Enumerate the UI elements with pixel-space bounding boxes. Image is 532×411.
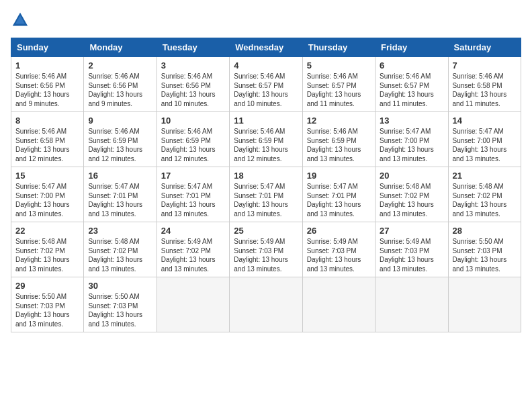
day-number: 14: [453, 116, 517, 126]
calendar-cell: 21Sunrise: 5:48 AMSunset: 7:02 PMDayligh…: [448, 167, 521, 222]
logo-icon: [11, 11, 30, 30]
day-detail: Sunrise: 5:46 AMSunset: 6:57 PMDaylight:…: [234, 72, 298, 108]
day-number: 28: [453, 226, 517, 236]
day-number: 13: [380, 116, 443, 126]
day-detail: Sunrise: 5:47 AMSunset: 7:00 PMDaylight:…: [380, 127, 443, 163]
calendar-week-row: 1Sunrise: 5:46 AMSunset: 6:56 PMDaylight…: [11, 57, 521, 112]
calendar-cell: [375, 277, 448, 332]
day-detail: Sunrise: 5:48 AMSunset: 7:02 PMDaylight:…: [380, 182, 443, 218]
day-detail: Sunrise: 5:46 AMSunset: 6:59 PMDaylight:…: [307, 127, 371, 163]
calendar-header-row: SundayMondayTuesdayWednesdayThursdayFrid…: [11, 38, 521, 57]
calendar-cell: 13Sunrise: 5:47 AMSunset: 7:00 PMDayligh…: [375, 112, 448, 167]
day-number: 2: [88, 60, 152, 71]
day-number: 24: [161, 226, 225, 236]
calendar-cell: 19Sunrise: 5:47 AMSunset: 7:01 PMDayligh…: [302, 167, 375, 222]
calendar-table: SundayMondayTuesdayWednesdayThursdayFrid…: [11, 38, 521, 332]
day-number: 30: [88, 281, 152, 291]
calendar-cell: 5Sunrise: 5:46 AMSunset: 6:57 PMDaylight…: [302, 57, 375, 112]
day-number: 8: [15, 116, 79, 126]
day-header-thursday: Thursday: [302, 38, 375, 57]
day-header-wednesday: Wednesday: [230, 38, 302, 57]
calendar-body: 1Sunrise: 5:46 AMSunset: 6:56 PMDaylight…: [11, 57, 521, 332]
calendar-cell: 24Sunrise: 5:49 AMSunset: 7:02 PMDayligh…: [157, 222, 229, 277]
calendar-cell: 29Sunrise: 5:50 AMSunset: 7:03 PMDayligh…: [11, 277, 84, 332]
day-detail: Sunrise: 5:46 AMSunset: 6:57 PMDaylight:…: [307, 72, 371, 108]
day-detail: Sunrise: 5:50 AMSunset: 7:03 PMDaylight:…: [453, 237, 517, 273]
day-detail: Sunrise: 5:49 AMSunset: 7:03 PMDaylight:…: [380, 237, 443, 273]
day-detail: Sunrise: 5:46 AMSunset: 6:57 PMDaylight:…: [380, 72, 443, 108]
calendar-cell: 30Sunrise: 5:50 AMSunset: 7:03 PMDayligh…: [84, 277, 157, 332]
calendar-cell: [448, 277, 521, 332]
calendar-cell: 3Sunrise: 5:46 AMSunset: 6:56 PMDaylight…: [157, 57, 229, 112]
day-detail: Sunrise: 5:50 AMSunset: 7:03 PMDaylight:…: [88, 292, 152, 328]
day-detail: Sunrise: 5:47 AMSunset: 7:01 PMDaylight:…: [307, 182, 371, 218]
day-detail: Sunrise: 5:48 AMSunset: 7:02 PMDaylight:…: [453, 182, 517, 218]
day-detail: Sunrise: 5:47 AMSunset: 7:01 PMDaylight:…: [88, 182, 152, 218]
day-header-tuesday: Tuesday: [157, 38, 229, 57]
day-number: 17: [161, 171, 225, 181]
calendar-cell: 7Sunrise: 5:46 AMSunset: 6:58 PMDaylight…: [448, 57, 521, 112]
calendar-cell: 11Sunrise: 5:46 AMSunset: 6:59 PMDayligh…: [230, 112, 302, 167]
calendar-cell: [230, 277, 302, 332]
day-number: 18: [234, 171, 298, 181]
day-number: 4: [234, 60, 298, 71]
day-detail: Sunrise: 5:46 AMSunset: 6:56 PMDaylight:…: [161, 72, 225, 108]
calendar-cell: 18Sunrise: 5:47 AMSunset: 7:01 PMDayligh…: [230, 167, 302, 222]
calendar-week-row: 29Sunrise: 5:50 AMSunset: 7:03 PMDayligh…: [11, 277, 521, 332]
day-number: 9: [88, 116, 152, 126]
calendar-cell: 6Sunrise: 5:46 AMSunset: 6:57 PMDaylight…: [375, 57, 448, 112]
calendar-cell: 4Sunrise: 5:46 AMSunset: 6:57 PMDaylight…: [230, 57, 302, 112]
day-number: 10: [161, 116, 225, 126]
day-number: 12: [307, 116, 371, 126]
day-header-saturday: Saturday: [448, 38, 521, 57]
logo: [11, 11, 32, 30]
calendar-week-row: 15Sunrise: 5:47 AMSunset: 7:00 PMDayligh…: [11, 167, 521, 222]
day-detail: Sunrise: 5:46 AMSunset: 6:56 PMDaylight:…: [15, 72, 79, 108]
calendar-cell: 17Sunrise: 5:47 AMSunset: 7:01 PMDayligh…: [157, 167, 229, 222]
calendar-cell: 16Sunrise: 5:47 AMSunset: 7:01 PMDayligh…: [84, 167, 157, 222]
calendar-cell: 9Sunrise: 5:46 AMSunset: 6:59 PMDaylight…: [84, 112, 157, 167]
calendar-cell: 2Sunrise: 5:46 AMSunset: 6:56 PMDaylight…: [84, 57, 157, 112]
day-detail: Sunrise: 5:48 AMSunset: 7:02 PMDaylight:…: [15, 237, 79, 273]
day-number: 20: [380, 171, 443, 181]
day-number: 7: [453, 60, 517, 71]
day-number: 27: [380, 226, 443, 236]
calendar-cell: 20Sunrise: 5:48 AMSunset: 7:02 PMDayligh…: [375, 167, 448, 222]
day-header-friday: Friday: [375, 38, 448, 57]
day-number: 16: [88, 171, 152, 181]
day-number: 11: [234, 116, 298, 126]
calendar-cell: 8Sunrise: 5:46 AMSunset: 6:58 PMDaylight…: [11, 112, 84, 167]
day-number: 19: [307, 171, 371, 181]
calendar-cell: 27Sunrise: 5:49 AMSunset: 7:03 PMDayligh…: [375, 222, 448, 277]
day-detail: Sunrise: 5:49 AMSunset: 7:02 PMDaylight:…: [161, 237, 225, 273]
day-number: 29: [15, 281, 79, 291]
calendar-cell: 12Sunrise: 5:46 AMSunset: 6:59 PMDayligh…: [302, 112, 375, 167]
calendar-cell: [302, 277, 375, 332]
day-number: 21: [453, 171, 517, 181]
header: [11, 11, 521, 30]
day-number: 3: [161, 60, 225, 71]
day-header-sunday: Sunday: [11, 38, 84, 57]
calendar-cell: [157, 277, 229, 332]
day-detail: Sunrise: 5:46 AMSunset: 6:59 PMDaylight:…: [161, 127, 225, 163]
calendar-cell: 1Sunrise: 5:46 AMSunset: 6:56 PMDaylight…: [11, 57, 84, 112]
day-detail: Sunrise: 5:47 AMSunset: 7:00 PMDaylight:…: [15, 182, 79, 218]
calendar-cell: 25Sunrise: 5:49 AMSunset: 7:03 PMDayligh…: [230, 222, 302, 277]
day-number: 23: [88, 226, 152, 236]
day-number: 25: [234, 226, 298, 236]
calendar-week-row: 22Sunrise: 5:48 AMSunset: 7:02 PMDayligh…: [11, 222, 521, 277]
day-detail: Sunrise: 5:46 AMSunset: 6:58 PMDaylight:…: [453, 72, 517, 108]
day-detail: Sunrise: 5:47 AMSunset: 7:01 PMDaylight:…: [161, 182, 225, 218]
calendar-cell: 14Sunrise: 5:47 AMSunset: 7:00 PMDayligh…: [448, 112, 521, 167]
calendar-cell: 15Sunrise: 5:47 AMSunset: 7:00 PMDayligh…: [11, 167, 84, 222]
calendar-cell: 22Sunrise: 5:48 AMSunset: 7:02 PMDayligh…: [11, 222, 84, 277]
day-number: 15: [15, 171, 79, 181]
day-detail: Sunrise: 5:46 AMSunset: 6:56 PMDaylight:…: [88, 72, 152, 108]
calendar-cell: 28Sunrise: 5:50 AMSunset: 7:03 PMDayligh…: [448, 222, 521, 277]
day-number: 1: [15, 60, 79, 71]
day-detail: Sunrise: 5:49 AMSunset: 7:03 PMDaylight:…: [234, 237, 298, 273]
day-number: 22: [15, 226, 79, 236]
day-detail: Sunrise: 5:48 AMSunset: 7:02 PMDaylight:…: [88, 237, 152, 273]
day-number: 26: [307, 226, 371, 236]
day-number: 6: [380, 60, 443, 71]
